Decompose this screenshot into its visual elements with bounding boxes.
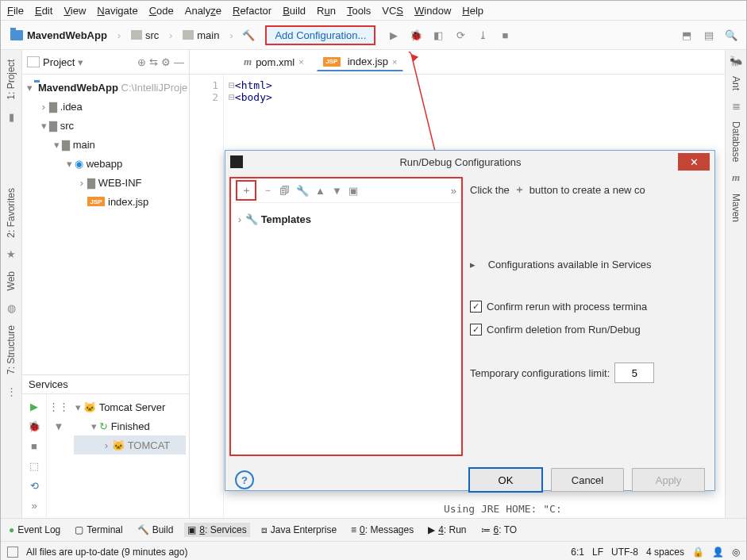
up-icon[interactable]: ▲: [315, 185, 325, 197]
menu-code[interactable]: Code: [149, 5, 174, 17]
filter-icon[interactable]: ▼: [54, 420, 64, 432]
bug-icon[interactable]: 🐞: [28, 420, 40, 432]
tree-webinf[interactable]: ›▇ WEB-INF: [24, 173, 187, 192]
indent-info[interactable]: 4 spaces: [646, 547, 684, 558]
menu-file[interactable]: FFileile: [7, 5, 24, 17]
tab-messages[interactable]: ≡0: Messages: [348, 523, 417, 537]
tree-webapp[interactable]: ▾◉ webapp: [24, 154, 187, 173]
debug-icon[interactable]: 🐞: [407, 26, 425, 44]
close-icon[interactable]: ×: [392, 57, 397, 67]
temp-limit-input[interactable]: [614, 362, 654, 383]
dialog-titlebar[interactable]: Run/Debug Configurations ✕: [225, 151, 714, 173]
apply-button[interactable]: Apply: [632, 468, 705, 492]
svc-instance[interactable]: ›🐱 TOMCAT: [74, 435, 186, 455]
hide-icon[interactable]: —: [174, 56, 184, 68]
rerun-icon[interactable]: ⟲: [30, 480, 39, 492]
menu-view[interactable]: View: [64, 5, 86, 17]
tree-indexjsp[interactable]: JSPindex.jsp: [24, 192, 187, 211]
tab-ant[interactable]: Ant: [730, 76, 741, 90]
tab-build[interactable]: 🔨Build: [134, 523, 177, 537]
close-icon[interactable]: ×: [298, 57, 303, 67]
confirm-delete-check[interactable]: ✓Confirm deletion from Run/Debug: [470, 324, 702, 336]
menu-analyze[interactable]: Analyze: [185, 5, 221, 17]
gear-icon[interactable]: ⚙: [161, 56, 171, 68]
vcs-update-icon[interactable]: ⬒: [678, 26, 695, 44]
run-icon[interactable]: ▶: [30, 401, 38, 412]
tab-services[interactable]: ▣8: Services: [184, 523, 249, 537]
stop-icon[interactable]: ■: [31, 440, 37, 452]
file-encoding[interactable]: UTF-8: [611, 547, 638, 558]
tree-root[interactable]: ▾ MavendWebApp C:\IntelliJProject\JavaHo…: [24, 78, 187, 97]
copy-icon[interactable]: 🗐: [279, 185, 290, 197]
ok-button[interactable]: OK: [468, 467, 543, 493]
tab-terminal[interactable]: ▢Terminal: [71, 523, 125, 537]
collapse-icon[interactable]: ⇆: [149, 56, 158, 68]
menu-window[interactable]: Window: [414, 5, 451, 17]
folder-move-icon[interactable]: ▣: [348, 185, 358, 197]
tab-java-ee[interactable]: ⧈Java Enterprise: [258, 523, 340, 537]
add-configuration-button[interactable]: Add Configuration...: [265, 25, 375, 45]
search-icon[interactable]: 🔍: [722, 26, 740, 44]
more-icon[interactable]: »: [31, 500, 37, 512]
cursor-position[interactable]: 6:1: [571, 547, 584, 558]
project-tree[interactable]: ▾ MavendWebApp C:\IntelliJProject\JavaHo…: [22, 75, 189, 214]
menu-edit[interactable]: Edit: [35, 5, 52, 17]
line-separator[interactable]: LF: [592, 547, 603, 558]
menu-help[interactable]: Help: [462, 5, 483, 17]
coverage-icon[interactable]: ◧: [429, 26, 447, 44]
tab-index[interactable]: JSPindex.jsp×: [317, 52, 404, 71]
config-tree[interactable]: › 🔧 Templates: [231, 203, 461, 235]
services-tree[interactable]: ▾🐱 Tomcat Server ▾↻ Finished ›🐱 TOMCAT: [71, 394, 189, 518]
tree-icon[interactable]: ⋮⋮: [48, 401, 69, 412]
tab-maven[interactable]: Maven: [730, 194, 741, 222]
breadcrumb-main[interactable]: main: [179, 28, 222, 43]
tree-idea[interactable]: ›▇ .idea: [24, 97, 187, 116]
tab-run[interactable]: ▶4: Run: [425, 523, 469, 537]
layout-icon[interactable]: ⬚: [29, 460, 39, 472]
attach-icon[interactable]: ⤓: [474, 26, 491, 44]
tab-database[interactable]: Database: [730, 121, 741, 162]
breadcrumb-project[interactable]: MavendWebApp: [7, 28, 110, 43]
tree-src[interactable]: ▾▇ src: [24, 116, 187, 135]
wrench-icon[interactable]: 🔧: [296, 185, 309, 197]
more-icon[interactable]: »: [451, 185, 456, 197]
tab-project[interactable]: 1: Project: [6, 55, 17, 105]
project-structure-icon[interactable]: ▤: [700, 26, 718, 44]
structure-icon: ⋮: [6, 385, 17, 397]
tab-event-log[interactable]: ●Event Log: [6, 523, 64, 537]
tab-pom[interactable]: mpom.xml×: [237, 52, 310, 71]
tab-web[interactable]: Web: [6, 267, 17, 295]
remove-icon[interactable]: －: [263, 183, 273, 198]
menu-run[interactable]: Run: [317, 5, 336, 17]
menu-navigate[interactable]: Navigate: [97, 5, 137, 17]
profile-icon[interactable]: ⟳: [452, 26, 469, 44]
down-icon[interactable]: ▼: [332, 185, 342, 197]
breadcrumb-src[interactable]: src: [128, 28, 162, 43]
close-button[interactable]: ✕: [678, 153, 710, 171]
lock-icon[interactable]: 🔒: [692, 547, 704, 558]
status-more-icon[interactable]: ◎: [732, 547, 740, 558]
scope-target-icon[interactable]: ⊕: [137, 56, 146, 68]
hammer-icon[interactable]: 🔨: [240, 26, 257, 44]
services-avail-row[interactable]: ▸ Configurations available in Services: [470, 259, 702, 270]
svc-tomcat[interactable]: ▾🐱 Tomcat Server: [74, 397, 186, 416]
menu-build[interactable]: Build: [283, 5, 306, 17]
templates-node[interactable]: › 🔧 Templates: [236, 209, 456, 228]
menu-vcs[interactable]: VCS: [382, 5, 403, 17]
menu-tools[interactable]: Tools: [347, 5, 371, 17]
confirm-rerun-check[interactable]: ✓Confirm rerun with process termina: [470, 301, 702, 313]
menu-refactor[interactable]: Refactor: [233, 5, 271, 17]
tab-structure[interactable]: 7: Structure: [6, 320, 17, 379]
tab-todo[interactable]: ≔6: TO: [478, 523, 521, 537]
tree-main[interactable]: ▾▇ main: [24, 135, 187, 154]
run-icon[interactable]: ▶: [385, 26, 402, 44]
help-button[interactable]: ?: [235, 470, 254, 489]
add-config-plus-button[interactable]: ＋: [236, 180, 256, 201]
stop-icon[interactable]: ■: [496, 26, 514, 44]
status-window-icon[interactable]: [7, 547, 18, 558]
cancel-button[interactable]: Cancel: [551, 468, 624, 492]
inspector-icon[interactable]: 👤: [712, 547, 724, 558]
chevron-down-icon[interactable]: ▾: [78, 56, 83, 68]
tab-favorites[interactable]: 2: Favorites: [6, 183, 17, 243]
svc-finished[interactable]: ▾↻ Finished: [74, 416, 186, 435]
